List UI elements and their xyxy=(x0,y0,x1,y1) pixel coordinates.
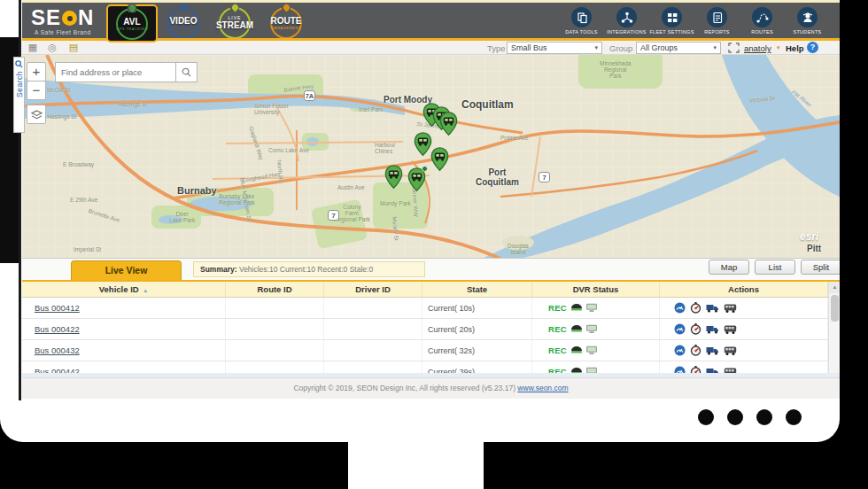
group-select[interactable]: All Groups▾ xyxy=(636,42,721,54)
nav-product-route[interactable]: ROUTE MANAGEMENT xyxy=(260,5,312,41)
reports-icon xyxy=(707,7,727,27)
expand-view-icon[interactable] xyxy=(728,43,740,53)
nav-product-avl[interactable]: AVL GPS TRACKING xyxy=(106,4,158,43)
column-header-state[interactable]: State xyxy=(422,282,532,297)
product-label: AVL xyxy=(123,17,140,27)
route-cell xyxy=(226,319,324,339)
view-button-list[interactable]: List xyxy=(755,260,795,275)
nav-tool-routes[interactable]: ROUTES xyxy=(740,7,785,35)
rec-status: REC xyxy=(548,367,567,373)
bus-marker[interactable] xyxy=(439,112,458,136)
truck-icon[interactable] xyxy=(706,345,719,356)
integrations-icon xyxy=(616,7,637,27)
bus-icon[interactable] xyxy=(724,366,737,373)
group-value: All Groups xyxy=(640,43,678,52)
map-toolbar: ▦ ◎ ▤ Type Small Bus▾ Group All Groups▾ … xyxy=(22,41,840,55)
bus-icon[interactable] xyxy=(724,323,737,335)
column-header-vehicle-id[interactable]: Vehicle ID ▲ xyxy=(22,282,226,297)
bus-marker[interactable] xyxy=(414,132,432,157)
column-header-dvr-status[interactable]: DVR Status xyxy=(532,282,660,297)
seon-link[interactable]: www.seon.com xyxy=(517,384,568,392)
view-button-map[interactable]: Map xyxy=(709,260,749,275)
search-icon xyxy=(182,67,191,77)
product-glyph-icon xyxy=(179,4,188,12)
map-pin-tool-icon[interactable]: ◎ xyxy=(46,42,58,53)
stopwatch-icon[interactable] xyxy=(690,366,701,373)
map-search-side-tab[interactable]: Search xyxy=(13,57,25,133)
sort-asc-icon: ▲ xyxy=(143,288,148,293)
map-city-label: Burnaby xyxy=(177,186,217,197)
gauge-icon[interactable] xyxy=(674,323,686,335)
column-header-actions[interactable]: Actions xyxy=(660,282,828,297)
user-caret-icon[interactable]: ▾ xyxy=(777,44,780,51)
vehicle-link[interactable]: Bus 000422 xyxy=(35,324,80,334)
help-icon[interactable]: ? xyxy=(807,42,818,53)
map-search-button[interactable] xyxy=(175,62,198,82)
vehicle-link[interactable]: Bus 000432 xyxy=(35,345,80,355)
column-header-driver-id[interactable]: Driver ID xyxy=(324,282,422,297)
map-street-label: Simon Fraser University xyxy=(254,103,289,115)
map-street-label: Hastings St xyxy=(118,101,147,107)
bus-marker[interactable] xyxy=(384,165,403,190)
camera-icon xyxy=(570,345,583,355)
logo-text: SE xyxy=(31,5,61,29)
map-street-label: Como Lake Ave xyxy=(268,147,309,153)
route-cell xyxy=(226,298,324,318)
table-row[interactable]: Bus 000442 Current( 39s) REC xyxy=(22,361,840,373)
vehicle-link[interactable]: Bus 000442 xyxy=(35,367,80,373)
fleet-settings-icon xyxy=(662,7,682,27)
bus-icon[interactable] xyxy=(724,345,737,356)
map-search-input[interactable] xyxy=(55,62,175,82)
gauge-icon[interactable] xyxy=(674,302,686,314)
data-tools-icon xyxy=(571,7,592,27)
nav-product-video[interactable]: VIDEO MANAGEMENT xyxy=(158,5,209,41)
table-row[interactable]: Bus 000432 Current( 32s) REC xyxy=(22,340,840,361)
truck-icon[interactable] xyxy=(706,302,719,314)
type-select[interactable]: Small Bus▾ xyxy=(507,42,602,54)
user-menu[interactable]: anatoly xyxy=(744,43,771,53)
stopwatch-icon[interactable] xyxy=(690,323,701,335)
layout-grid-icon[interactable]: ▦ xyxy=(27,42,39,53)
driver-cell xyxy=(324,340,422,361)
truck-icon[interactable] xyxy=(706,366,719,373)
stopwatch-icon[interactable] xyxy=(690,345,701,356)
nav-tool-students[interactable]: STUDENTS xyxy=(785,7,830,35)
tab-live-view[interactable]: Live View xyxy=(71,260,182,280)
map-canvas[interactable]: BurnabyPort MoodyCoquitlamPort Coquitlam… xyxy=(22,55,840,259)
scrollbar-thumb[interactable] xyxy=(831,295,839,322)
product-sublabel: GPS TRACKING xyxy=(116,27,148,31)
zoom-in-button[interactable]: + xyxy=(27,62,46,82)
bus-marker[interactable] xyxy=(430,147,449,172)
nav-tool-fleet-settings[interactable]: FLEET SETTINGS xyxy=(649,7,694,35)
zoom-out-button[interactable]: − xyxy=(27,81,46,100)
bezel-dot xyxy=(698,409,714,425)
vehicle-link[interactable]: Bus 000412 xyxy=(35,303,80,313)
nav-tool-integrations[interactable]: INTEGRATIONS xyxy=(604,7,649,35)
gauge-icon[interactable] xyxy=(674,366,686,373)
map-list-tool-icon[interactable]: ▤ xyxy=(67,42,80,53)
view-button-split[interactable]: Split xyxy=(801,260,840,275)
column-header-route-id[interactable]: Route ID xyxy=(226,282,324,297)
nav-product-stream[interactable]: LIVE STREAM xyxy=(209,5,260,41)
bus-icon[interactable] xyxy=(724,302,737,314)
scroll-up-icon[interactable]: ▲ xyxy=(829,282,840,293)
highway-shield: 7A xyxy=(304,90,315,101)
map-street-label: McGill St xyxy=(47,87,70,93)
nav-tool-reports[interactable]: REPORTS xyxy=(694,7,740,35)
stopwatch-icon[interactable] xyxy=(690,302,701,314)
table-row[interactable]: Bus 000422 Current( 20s) REC xyxy=(22,319,840,340)
seon-logo[interactable]: SEN xyxy=(31,8,94,27)
truck-icon[interactable] xyxy=(706,323,719,335)
table-row[interactable]: Bus 000412 Current( 10s) REC xyxy=(22,298,840,319)
gauge-icon[interactable] xyxy=(674,345,686,356)
help-link[interactable]: Help xyxy=(786,43,804,53)
route-cell xyxy=(226,361,324,373)
chevron-down-icon: ▾ xyxy=(594,44,598,51)
nav-tool-label: FLEET SETTINGS xyxy=(649,29,694,35)
map-street-label: Imperial St xyxy=(74,246,101,252)
bus-marker[interactable] xyxy=(407,167,426,192)
product-switcher: AVL GPS TRACKING VIDEO MANAGEMENT LIVE S… xyxy=(106,5,312,41)
table-scrollbar[interactable]: ▲ xyxy=(828,282,840,373)
layers-button[interactable] xyxy=(27,105,46,124)
nav-tool-data-tools[interactable]: DATA TOOLS xyxy=(559,7,604,35)
